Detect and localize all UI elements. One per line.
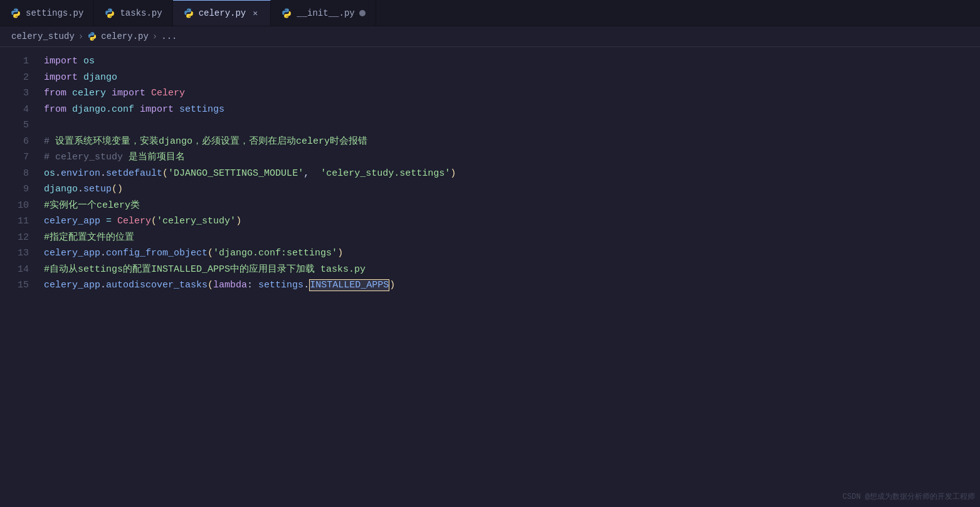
python-icon (183, 8, 194, 19)
line-num-4: 4 (0, 102, 29, 118)
breadcrumb-file[interactable]: celery.py (101, 31, 149, 41)
tab-init-label: __init__.py (297, 8, 354, 18)
code-line-1: import os (44, 53, 980, 70)
tab-tasks-label: tasks.py (120, 8, 162, 18)
code-line-6: # 设置系统环境变量，安装django，必须设置，否则在启动celery时会报错 (44, 134, 980, 150)
code-line-11: celery_app = Celery('celery_study') (44, 213, 980, 230)
code-line-7: # celery_study 是当前项目名 (44, 149, 980, 166)
breadcrumb-sep1: › (78, 31, 83, 41)
line-num-1: 1 (0, 53, 29, 70)
line-num-8: 8 (0, 166, 29, 182)
tab-celery[interactable]: celery.py ✕ (173, 0, 271, 26)
close-icon[interactable]: ✕ (250, 8, 260, 18)
line-num-12: 12 (0, 230, 29, 246)
line-num-3: 3 (0, 85, 29, 102)
tab-settings[interactable]: settings.py (0, 0, 94, 26)
line-num-11: 11 (0, 213, 29, 230)
tab-bar: settings.py tasks.py celery.py ✕ __init_… (0, 0, 980, 26)
code-line-14: #自动从settings的配置INSTALLED_APPS中的应用目录下加载 t… (44, 262, 980, 278)
code-lines[interactable]: import os import django from celery impo… (38, 47, 980, 505)
breadcrumb: celery_study › celery.py › ... (0, 26, 980, 47)
line-num-15: 15 (0, 277, 29, 294)
code-editor: 1 2 3 4 5 6 7 8 9 10 11 12 13 14 15 impo… (0, 47, 980, 505)
line-num-7: 7 (0, 149, 29, 166)
tab-celery-label: celery.py (199, 8, 246, 18)
code-line-3: from celery import Celery (44, 85, 980, 102)
code-line-2: import django (44, 70, 980, 86)
code-line-13: celery_app.config_from_object('django.co… (44, 245, 980, 262)
breadcrumb-extra[interactable]: ... (161, 31, 177, 41)
line-numbers: 1 2 3 4 5 6 7 8 9 10 11 12 13 14 15 (0, 47, 38, 505)
line-num-10: 10 (0, 198, 29, 214)
line-num-13: 13 (0, 245, 29, 262)
tab-init[interactable]: __init__.py (271, 0, 376, 26)
python-icon (10, 8, 21, 19)
tab-tasks[interactable]: tasks.py (94, 0, 172, 26)
line-num-2: 2 (0, 70, 29, 86)
watermark: CSDN @想成为数据分析师的开发工程师 (843, 491, 975, 502)
code-line-10: #实例化一个celery类 (44, 198, 980, 214)
unsaved-dot (359, 10, 366, 16)
line-num-9: 9 (0, 181, 29, 198)
breadcrumb-project[interactable]: celery_study (11, 31, 75, 41)
code-line-12: #指定配置文件的位置 (44, 230, 980, 246)
code-line-9: django.setup() (44, 181, 980, 198)
line-num-14: 14 (0, 262, 29, 278)
code-line-15: celery_app.autodiscover_tasks(lambda: se… (44, 277, 980, 294)
tab-settings-label: settings.py (26, 8, 83, 18)
code-line-4: from django.conf import settings (44, 102, 980, 118)
code-line-8: os.environ.setdefault('DJANGO_SETTINGS_M… (44, 166, 980, 182)
line-num-6: 6 (0, 134, 29, 150)
line-num-5: 5 (0, 117, 29, 134)
breadcrumb-sep2: › (152, 31, 157, 41)
breadcrumb-py-icon (87, 31, 97, 41)
code-line-5 (44, 117, 980, 134)
python-icon (104, 8, 115, 19)
python-icon (281, 8, 292, 19)
